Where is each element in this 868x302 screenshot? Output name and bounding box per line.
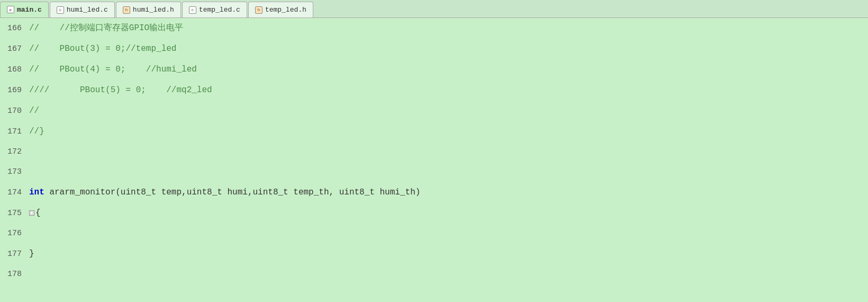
collapse-marker-175[interactable]: □	[29, 210, 34, 216]
code-line-175: 175□{	[0, 203, 868, 224]
code-line-168: 168// PBout(4) = 0; //humi_led	[0, 59, 868, 80]
tab-label-temp-led-c: temp_led.c	[199, 6, 240, 14]
line-content-169: //// PBout(5) = 0; //mq2_led	[29, 80, 868, 100]
code-line-177: 177}	[0, 244, 868, 264]
code-line-169: 169//// PBout(5) = 0; //mq2_led	[0, 80, 868, 101]
code-line-167: 167// PBout(3) = 0;//temp_led	[0, 39, 868, 59]
line-number-175: 175	[0, 203, 29, 224]
code-line-176: 176	[0, 224, 868, 244]
tab-icon-humi-led-h: h	[123, 6, 130, 14]
tab-icon-temp-led-c: c	[189, 6, 196, 14]
line-number-176: 176	[0, 224, 29, 244]
tab-humi-led-h[interactable]: hhumi_led.h	[116, 2, 181, 17]
line-content-177: }	[29, 244, 868, 264]
line-content-166: // //控制端口寄存器GPIO输出电平	[29, 18, 868, 38]
line-content-168: // PBout(4) = 0; //humi_led	[29, 59, 868, 79]
code-editor: 166// //控制端口寄存器GPIO输出电平167// PBout(3) = …	[0, 18, 868, 302]
line-content-171: //}	[29, 121, 868, 141]
line-content-175: □{	[29, 203, 868, 223]
code-line-178: 178	[0, 264, 868, 285]
tab-temp-led-h[interactable]: htemp_led.h	[248, 2, 313, 17]
line-number-174: 174	[0, 183, 29, 203]
tab-label-temp-led-h: temp_led.h	[265, 6, 306, 14]
line-number-171: 171	[0, 122, 29, 142]
line-number-166: 166	[0, 19, 29, 39]
tab-icon-main-c: c	[7, 6, 14, 13]
editor-container: cmain.cchumi_led.chhumi_led.hctemp_led.c…	[0, 0, 868, 302]
code-line-166: 166// //控制端口寄存器GPIO输出电平	[0, 18, 868, 39]
line-number-167: 167	[0, 39, 29, 59]
code-line-172: 172	[0, 142, 868, 162]
tab-label-humi-led-c: humi_led.c	[67, 6, 108, 14]
code-area: 166// //控制端口寄存器GPIO输出电平167// PBout(3) = …	[0, 18, 868, 285]
tab-icon-humi-led-c: c	[57, 6, 64, 14]
tab-icon-temp-led-h: h	[255, 6, 263, 14]
code-line-174: 174int ararm_monitor(uint8_t temp,uint8_…	[0, 182, 868, 203]
tab-humi-led-c[interactable]: chumi_led.c	[50, 2, 115, 17]
tab-temp-led-c[interactable]: ctemp_led.c	[182, 2, 247, 17]
line-number-178: 178	[0, 264, 29, 285]
tab-label-main-c: main.c	[17, 6, 42, 14]
line-number-177: 177	[0, 244, 29, 264]
line-content-167: // PBout(3) = 0;//temp_led	[29, 39, 868, 59]
code-line-171: 171//}	[0, 121, 868, 142]
code-line-173: 173	[0, 162, 868, 182]
tab-label-humi-led-h: humi_led.h	[133, 6, 174, 14]
tab-main-c[interactable]: cmain.c	[0, 2, 49, 17]
tab-bar: cmain.cchumi_led.chhumi_led.hctemp_led.c…	[0, 0, 868, 18]
line-number-173: 173	[0, 162, 29, 182]
line-content-174: int ararm_monitor(uint8_t temp,uint8_t h…	[29, 182, 868, 202]
line-number-169: 169	[0, 81, 29, 101]
line-content-170: //	[29, 101, 868, 121]
code-line-170: 170//	[0, 101, 868, 121]
line-number-168: 168	[0, 60, 29, 80]
line-number-172: 172	[0, 142, 29, 162]
line-number-170: 170	[0, 101, 29, 121]
